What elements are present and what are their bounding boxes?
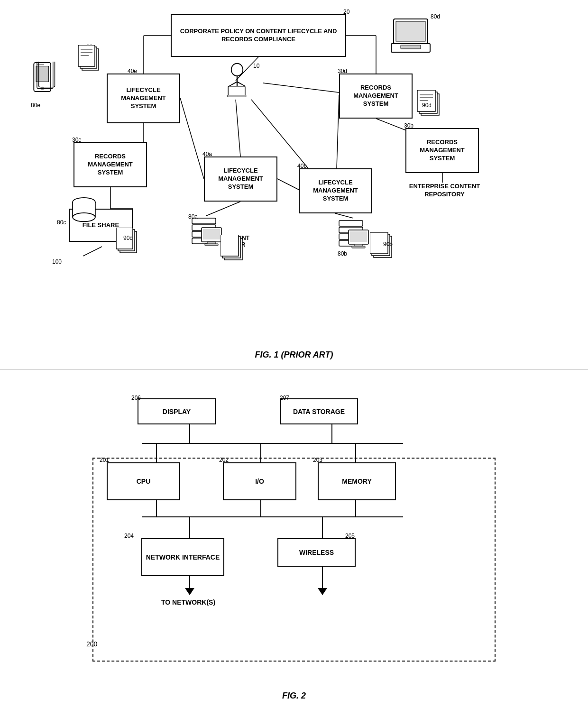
data-storage-box: DATA STORAGE [280,398,358,424]
server-80a-ref: 80a [188,213,198,220]
cpu-ref: 201 [100,457,109,463]
display-label: DISPLAY [163,408,191,415]
svg-rect-61 [339,221,363,226]
fileshare-80c-ref: 80c [57,219,66,226]
docs-90c-ref: 90c [123,235,132,241]
docs-90d-ref: 90d [422,102,432,109]
docs-90a-icon [220,235,247,261]
svg-line-13 [277,179,299,190]
corp-policy-ref: 20 [343,9,349,15]
svg-line-17 [83,247,102,256]
display-box: DISPLAY [138,398,216,424]
svg-line-35 [237,82,245,86]
rms-30c-label: RECORDS MANAGEMENT SYSTEM [77,153,143,177]
fig2-diagram: DISPLAY 206 DATA STORAGE 207 200 CPU 201… [0,370,588,708]
lms-40e-ref: 40e [128,68,137,74]
svg-point-32 [231,64,243,76]
svg-rect-38 [228,86,245,96]
network-interface-label: NETWORK INTERFACE [146,553,220,561]
arrow-100-label: 100 [52,258,62,265]
lms-40a-box: LIFECYCLE MANAGEMENT SYSTEM [204,156,277,202]
ecr-label: ENTERPRISE CONTENT REPOSITORY [405,183,484,199]
svg-line-8 [236,100,240,156]
network-interface-ref: 204 [124,533,134,539]
lms-40b-box: LIFECYCLE MANAGEMENT SYSTEM [299,168,372,213]
svg-line-15 [335,213,353,218]
svg-rect-55 [203,229,220,239]
fig1-diagram: CORPORATE POLICY ON CONTENT LIFECYCLE AN… [0,0,588,370]
memory-label: MEMORY [342,478,371,485]
lms-40b-ref: 40b [297,163,307,169]
wireless-label: WIRELESS [299,549,334,556]
user-ref-label: 10 [253,63,259,69]
wireless-ref: 205 [345,533,355,539]
system-ref-label: 200 [86,640,97,648]
user-icon [218,62,256,100]
memory-ref: 203 [313,457,322,463]
lms-40e-box: LIFECYCLE MANAGEMENT SYSTEM [107,74,180,123]
lms-40a-label: LIFECYCLE MANAGEMENT SYSTEM [208,167,274,191]
corp-policy-box: CORPORATE POLICY ON CONTENT LIFECYCLE AN… [171,14,346,57]
phone-ref-label: 80e [31,102,40,109]
to-networks-label: TO NETWORK(S) [161,598,215,606]
svg-rect-39 [227,95,246,97]
svg-rect-23 [37,64,44,65]
io-label: I/O [255,478,264,485]
io-box: I/O [223,462,296,500]
docs-90e-icon [78,45,102,71]
rms-30b-box: RECORDS MANAGEMENT SYSTEM [405,128,479,173]
lms-40b-label: LIFECYCLE MANAGEMENT SYSTEM [303,179,368,203]
network-interface-box: NETWORK INTERFACE [141,538,224,576]
rms-30c-box: RECORDS MANAGEMENT SYSTEM [74,142,147,187]
rms-30c-ref: 30c [72,137,81,143]
fig1-caption: FIG. 1 (PRIOR ART) [255,350,333,360]
laptop-ref-label: 80d [431,13,440,20]
corp-policy-label: CORPORATE POLICY ON CONTENT LIFECYCLE AN… [175,28,342,44]
svg-rect-68 [352,246,365,248]
svg-rect-60 [220,235,239,256]
cpu-label: CPU [137,478,151,485]
io-ref: 202 [219,457,229,463]
rms-30b-ref: 30b [404,122,413,129]
laptop-icon [389,17,436,57]
phone-icon [31,62,57,100]
server-80a-icon [190,216,223,254]
rms-30d-box: RECORDS MANAGEMENT SYSTEM [339,74,413,119]
data-storage-ref: 207 [280,395,289,401]
svg-line-34 [229,82,237,86]
memory-box: MEMORY [318,462,396,500]
svg-rect-66 [350,231,367,242]
docs-90b-ref: 90b [383,241,393,248]
fig2-caption: FIG. 2 [282,691,306,701]
cylinder-80c-icon [70,197,98,223]
lms-40e-label: LIFECYCLE MANAGEMENT SYSTEM [110,86,176,110]
wireless-box: WIRELESS [277,538,356,567]
cpu-box: CPU [107,462,180,500]
svg-line-10 [263,83,339,92]
svg-rect-57 [205,244,218,246]
rms-30d-label: RECORDS MANAGEMENT SYSTEM [343,84,409,108]
rms-30b-label: RECORDS MANAGEMENT SYSTEM [409,138,475,163]
server-80b-ref: 80b [338,250,347,257]
svg-line-7 [180,98,204,179]
svg-rect-43 [401,45,421,49]
lms-40a-ref: 40a [202,151,212,157]
display-ref: 206 [131,395,141,401]
svg-line-14 [206,202,240,216]
svg-rect-21 [36,66,48,82]
rms-30d-ref: 30d [338,68,347,74]
svg-rect-41 [396,21,425,41]
svg-point-76 [73,213,95,221]
data-storage-label: DATA STORAGE [293,408,345,415]
